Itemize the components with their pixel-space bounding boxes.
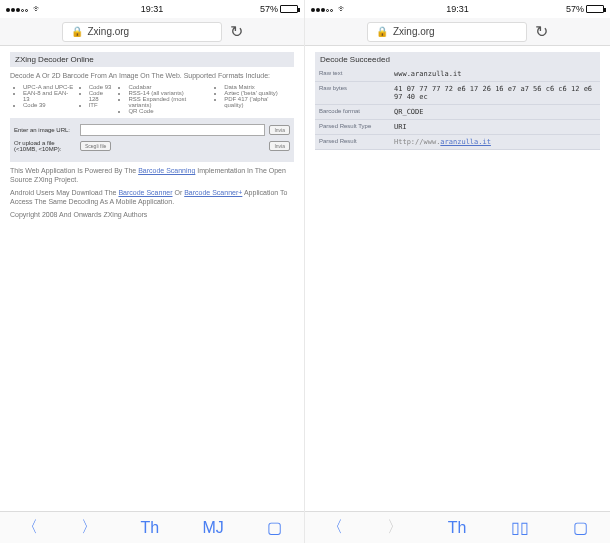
result-link[interactable]: aranzulla.it: [440, 138, 491, 146]
share-button[interactable]: Th: [140, 519, 159, 537]
decode-form: Enter an image URL: Invia Or upload a fi…: [10, 118, 294, 162]
copyright-text: Copyright 2008 And Onwards ZXing Authors: [10, 210, 294, 219]
reload-icon[interactable]: ↻: [230, 22, 243, 41]
address-bar: 🔒 Zxing.org ↻: [305, 18, 610, 46]
barcode-format-label: Barcode format: [315, 105, 390, 119]
battery-pct: 57%: [566, 4, 584, 14]
raw-bytes-value: 41 07 77 77 72 e6 17 26 16 e7 a7 56 c6 c…: [390, 82, 600, 104]
image-url-input[interactable]: [80, 124, 265, 136]
address-bar: 🔒 Zxing.org ↻: [0, 18, 304, 46]
submit-file-button[interactable]: Invia: [269, 141, 290, 151]
wifi-icon: ᯤ: [338, 4, 347, 14]
status-bar: ᯤ 19:31 57%: [0, 0, 304, 18]
url-field[interactable]: 🔒 Zxing.org: [62, 22, 222, 42]
formats-columns: UPC-A and UPC-EEAN-8 and EAN-13Code 39 C…: [10, 84, 294, 114]
battery-icon: [280, 5, 298, 13]
barcode-scanner-link[interactable]: Barcode Scanner: [118, 189, 172, 196]
result-table: Raw textwww.aranzulla.it Raw bytes41 07 …: [315, 67, 600, 150]
forward-button[interactable]: 〉: [81, 517, 97, 538]
url-text: Zxing.org: [393, 26, 435, 37]
safari-toolbar: 〈 〉 Th MJ ▢: [0, 511, 304, 543]
status-bar: ᯤ 19:31 57%: [305, 0, 610, 18]
tabs-button[interactable]: ▢: [267, 518, 282, 537]
raw-text-value: www.aranzulla.it: [390, 67, 600, 81]
back-button[interactable]: 〈: [22, 517, 38, 538]
lock-icon: 🔒: [376, 26, 388, 37]
clock: 19:31: [305, 4, 610, 14]
safari-toolbar: 〈 〉 Th ▯▯ ▢: [305, 511, 610, 543]
intro-text: Decode A Or 2D Barcode From An Image On …: [10, 71, 294, 80]
decode-succeeded-header: Decode Succeeded: [315, 52, 600, 67]
raw-bytes-label: Raw bytes: [315, 82, 390, 104]
url-text: Zxing.org: [88, 26, 130, 37]
parsed-type-label: Parsed Result Type: [315, 120, 390, 134]
page-content-left: ZXing Decoder Online Decode A Or 2D Barc…: [0, 46, 304, 230]
page-content-right: Decode Succeeded Raw textwww.aranzulla.i…: [305, 46, 610, 156]
barcode-scanning-link[interactable]: Barcode Scanning: [138, 167, 195, 174]
bookmarks-button[interactable]: ▯▯: [511, 518, 529, 537]
phone-right: ᯤ 19:31 57% 🔒 Zxing.org ↻ Decode Succeed…: [305, 0, 610, 543]
forward-button: 〉: [387, 517, 403, 538]
battery-icon: [586, 5, 604, 13]
raw-text-label: Raw text: [315, 67, 390, 81]
share-button[interactable]: Th: [448, 519, 467, 537]
signal-dots-icon: [311, 4, 334, 14]
android-text: Android Users May Download The Barcode S…: [10, 188, 294, 206]
back-button[interactable]: 〈: [327, 517, 343, 538]
clock: 19:31: [0, 4, 304, 14]
signal-dots-icon: [6, 4, 29, 14]
reload-icon[interactable]: ↻: [535, 22, 548, 41]
wifi-icon: ᯤ: [33, 4, 42, 14]
barcode-scanner-plus-link[interactable]: Barcode Scanner+: [184, 189, 242, 196]
powered-by-text: This Web Application Is Powered By The B…: [10, 166, 294, 184]
url-field[interactable]: 🔒 Zxing.org: [367, 22, 527, 42]
lock-icon: 🔒: [71, 26, 83, 37]
tabs-button[interactable]: ▢: [573, 518, 588, 537]
phone-left: ᯤ 19:31 57% 🔒 Zxing.org ↻ ZXing Decoder …: [0, 0, 305, 543]
url-input-label: Enter an image URL:: [14, 127, 76, 133]
battery-pct: 57%: [260, 4, 278, 14]
parsed-result-label: Parsed Result: [315, 135, 390, 149]
barcode-format-value: QR_CODE: [390, 105, 600, 119]
choose-file-button[interactable]: Scegli file: [80, 141, 111, 151]
panel-title: ZXing Decoder Online: [10, 52, 294, 67]
parsed-result-value: Http://www.aranzulla.it: [390, 135, 600, 149]
bookmarks-button[interactable]: MJ: [203, 519, 224, 537]
file-input-label: Or upload a file (<10MB, <10MP):: [14, 140, 76, 152]
parsed-type-value: URI: [390, 120, 600, 134]
submit-url-button[interactable]: Invia: [269, 125, 290, 135]
